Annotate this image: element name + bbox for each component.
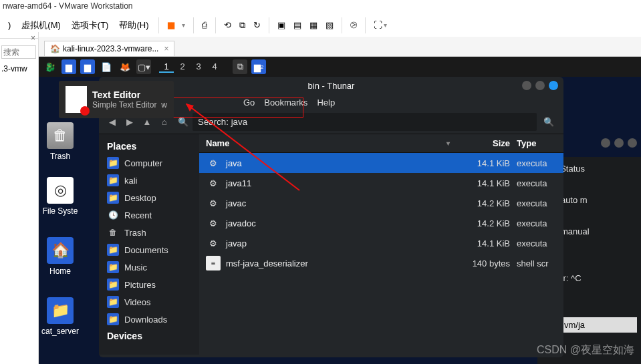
console-icon[interactable]: ⧁ [348, 17, 360, 33]
place-music[interactable]: 📁Music [99, 258, 199, 276]
maximize-icon[interactable] [535, 81, 545, 90]
workspace-switcher[interactable]: 1 2 3 4 [159, 61, 222, 73]
task-files-icon[interactable]: ▆2 [251, 59, 266, 74]
desktop-trash[interactable]: 🗑 Trash [39, 122, 82, 161]
menu-go[interactable]: Go [243, 98, 255, 108]
menu-vm[interactable]: 虚拟机(M) [17, 18, 65, 33]
layout1-icon[interactable]: ▣ [275, 17, 288, 33]
text-editor-doc-icon [66, 86, 87, 113]
place-downloads[interactable]: 📁Downloads [99, 311, 199, 328]
snapshot-icon[interactable]: ⎙ [199, 17, 210, 33]
tab-close-icon[interactable]: × [164, 44, 168, 53]
revert-icon[interactable]: ↻ [251, 17, 263, 33]
folder-icon: 📁 [107, 296, 119, 308]
place-computer[interactable]: 📁Computer [99, 154, 199, 172]
tooltip-subtitle: Simple Text Editor w [92, 100, 167, 110]
host-window-title: nware-amd64 - VMware Workstation [0, 0, 641, 12]
desktop-catserver[interactable]: 📁 cat_server [39, 297, 82, 336]
folder-icon: 📁 [107, 261, 119, 273]
task-terminal-icon[interactable]: ⧉ [233, 59, 247, 74]
executable-icon: ⚙ [206, 196, 221, 210]
minimize-icon[interactable] [522, 81, 531, 90]
folder-icon: 📁 [47, 297, 74, 324]
menu-help[interactable]: 帮助(H) [115, 18, 152, 33]
file-row[interactable]: ⚙java14.1 KiBexecuta [199, 153, 563, 173]
tab-home-icon: 🏠 [50, 44, 60, 53]
app-tooltip: Text Editor Simple Text Editor w [59, 81, 174, 118]
place-pictures[interactable]: 📁Pictures [99, 276, 199, 293]
script-icon: ≡ [206, 256, 221, 270]
firefox-icon[interactable]: 🦊 [118, 59, 132, 74]
host-menubar: ) 虚拟机(M) 选项卡(T) 帮助(H) ▮▮ ▾ ⎙ ⟲ ⧉ ↻ ▣ ▤ ▦… [0, 12, 641, 39]
devices-header: Devices [99, 328, 199, 344]
term-window-controls[interactable] [601, 138, 637, 148]
menu-tabs[interactable]: 选项卡(T) [68, 18, 113, 33]
folder-icon: 📁 [107, 174, 119, 186]
vm-tab-strip: 🏠 kali-linux-2023.3-vmware... × [39, 37, 641, 57]
desktop-filesystem[interactable]: ◎ File Syste [39, 177, 82, 216]
layout3-icon[interactable]: ▦ [307, 17, 320, 33]
file-row[interactable]: ⚙javap14.1 KiBexecuta [199, 233, 563, 253]
place-recent[interactable]: 🕓Recent [99, 206, 199, 224]
folder-icon: 📁 [107, 244, 119, 256]
place-trash[interactable]: 🗑Trash [99, 224, 199, 241]
trash-icon: 🗑 [107, 226, 119, 238]
executable-icon: ⚙ [206, 216, 221, 230]
library-sidebar: × .3-vmw [0, 32, 39, 364]
home-folder-icon: 🏠 [47, 237, 74, 264]
sidebar-close-icon[interactable]: × [0, 32, 38, 44]
desktop-home[interactable]: 🏠 Home [39, 237, 82, 276]
folder-icon: 📁 [107, 313, 119, 325]
menu-help[interactable]: Help [317, 98, 335, 108]
watermark: CSDN @夜星空如海 [537, 343, 634, 357]
place-desktop[interactable]: 📁Desktop [99, 189, 199, 206]
executable-icon: ⚙ [206, 156, 221, 170]
snapshot-mgr-icon[interactable]: ⧉ [237, 17, 248, 33]
clock-icon[interactable]: ⟲ [221, 17, 234, 33]
files-icon[interactable]: ▆ [61, 59, 76, 74]
thunar-window: bin - Thunar Go Bookmarks Help ◀ ▶ ▲ ⌂ 🔍 [99, 77, 563, 357]
folder-icon: 📁 [107, 157, 119, 169]
vm-console: 🐉 ▆ ▆ 📄 🦊 ▢▾ 1 2 3 4 ⧉ ▆2 Text Editor Si… [39, 57, 641, 364]
text-editor-icon[interactable]: 📄 [99, 59, 114, 74]
library-tree-item[interactable]: .3-vmw [0, 60, 38, 78]
fullscreen-icon[interactable]: ⛶ ▾ [371, 17, 390, 33]
file-list: Name▾ Size Type ⚙java14.1 KiBexecuta⚙jav… [199, 134, 563, 355]
file-row[interactable]: ≡msf-java_deserializer140 bytesshell scr [199, 253, 563, 273]
folder-icon: 📁 [107, 279, 119, 291]
executable-icon: ⚙ [206, 236, 221, 250]
trash-icon: 🗑 [47, 122, 74, 149]
file-list-header[interactable]: Name▾ Size Type [199, 134, 563, 153]
menu-bookmarks[interactable]: Bookmarks [264, 98, 307, 108]
dropdown-icon[interactable]: ▾ [179, 19, 188, 31]
close-icon[interactable] [549, 81, 558, 90]
places-sidebar: Places 📁Computer📁kali📁Desktop🕓Recent🗑Tra… [99, 134, 199, 355]
pause-button[interactable]: ▮▮ [164, 17, 176, 33]
menu-edit-partial[interactable]: ) [4, 19, 15, 31]
library-search-input[interactable] [1, 45, 36, 59]
places-header: Places [99, 138, 199, 154]
file-row[interactable]: ⚙javadoc14.2 KiBexecuta [199, 213, 563, 233]
search-icon[interactable]: 🔍 [541, 117, 557, 127]
layout4-icon[interactable]: ▧ [323, 17, 336, 33]
terminal-icon[interactable]: ▢▾ [136, 59, 151, 74]
kali-desktop: Text Editor Simple Text Editor w 🗑 Trash… [39, 77, 641, 364]
files2-icon[interactable]: ▆ [80, 59, 95, 74]
disk-icon: ◎ [47, 177, 74, 204]
recent-icon: 🕓 [107, 209, 119, 221]
layout2-icon[interactable]: ▤ [291, 17, 304, 33]
kali-taskbar: 🐉 ▆ ▆ 📄 🦊 ▢▾ 1 2 3 4 ⧉ ▆2 [39, 57, 641, 77]
tooltip-title: Text Editor [92, 89, 167, 100]
place-videos[interactable]: 📁Videos [99, 293, 199, 311]
executable-icon: ⚙ [206, 176, 221, 190]
file-row[interactable]: ⚙java1114.1 KiBexecuta [199, 173, 563, 193]
vm-tab-kali[interactable]: 🏠 kali-linux-2023.3-vmware... × [44, 41, 174, 56]
folder-icon: 📁 [107, 192, 119, 204]
place-documents[interactable]: 📁Documents [99, 241, 199, 258]
kali-dragon-icon[interactable]: 🐉 [43, 59, 57, 74]
place-kali[interactable]: 📁kali [99, 172, 199, 189]
thunar-search-input[interactable] [193, 113, 537, 131]
file-row[interactable]: ⚙javac14.2 KiBexecuta [199, 193, 563, 213]
